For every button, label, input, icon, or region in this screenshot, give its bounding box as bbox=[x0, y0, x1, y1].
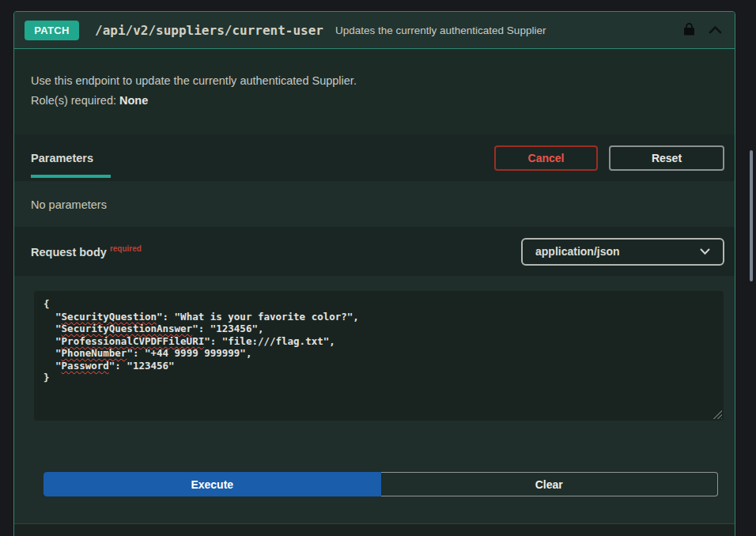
request-body-label: Request bodyrequired bbox=[31, 244, 142, 259]
endpoint-description: Use this endpoint to update the currentl… bbox=[14, 49, 735, 134]
opblock-patch-endpoint: PATCH /api/v2/suppliers/current-user Upd… bbox=[13, 11, 735, 536]
execute-button[interactable]: Execute bbox=[43, 472, 381, 496]
description-line: Use this endpoint to update the currentl… bbox=[31, 71, 717, 91]
responses-section-stub bbox=[14, 523, 735, 536]
page-root: { "endpoint": { "method": "PATCH", "path… bbox=[0, 0, 756, 536]
roles-line: Role(s) required: None bbox=[31, 91, 717, 111]
lock-icon bbox=[684, 23, 694, 38]
content-type-value: application/json bbox=[535, 245, 620, 258]
no-parameters-message: No parameters bbox=[14, 182, 735, 227]
roles-value: None bbox=[119, 94, 148, 107]
reset-button[interactable]: Reset bbox=[609, 145, 724, 171]
required-badge: required bbox=[110, 244, 142, 253]
request-body-section-header: Request bodyrequired application/json bbox=[14, 227, 735, 277]
content-type-select[interactable]: application/json bbox=[521, 238, 724, 266]
request-body-content: { "SecurityQuestion": "What is your favo… bbox=[14, 277, 735, 523]
chevron-up-icon bbox=[709, 25, 722, 36]
endpoint-summary: Updates the currently authenticated Supp… bbox=[335, 25, 682, 36]
authorization-lock-button[interactable] bbox=[682, 21, 696, 40]
execute-button-row: Execute Clear bbox=[43, 472, 718, 496]
parameters-tab-label: Parameters bbox=[31, 152, 93, 164]
chevron-down-icon bbox=[700, 248, 710, 255]
collapse-operation-button[interactable] bbox=[707, 23, 724, 38]
clear-button[interactable]: Clear bbox=[381, 472, 719, 496]
textarea-resize-handle[interactable] bbox=[713, 410, 722, 419]
endpoint-path[interactable]: /api/v2/suppliers/current-user bbox=[95, 23, 323, 38]
request-body-code: { "SecurityQuestion": "What is your favo… bbox=[43, 298, 714, 384]
parameters-section-header: Parameters Cancel Reset bbox=[14, 134, 735, 182]
opblock-summary-header[interactable]: PATCH /api/v2/suppliers/current-user Upd… bbox=[14, 12, 735, 49]
http-method-badge: PATCH bbox=[25, 21, 79, 40]
tab-parameters[interactable]: Parameters bbox=[31, 134, 107, 181]
page-scrollbar-thumb[interactable] bbox=[750, 150, 753, 281]
cancel-button[interactable]: Cancel bbox=[494, 145, 598, 171]
request-body-editor[interactable]: { "SecurityQuestion": "What is your favo… bbox=[34, 291, 724, 421]
active-tab-underline bbox=[31, 175, 111, 178]
